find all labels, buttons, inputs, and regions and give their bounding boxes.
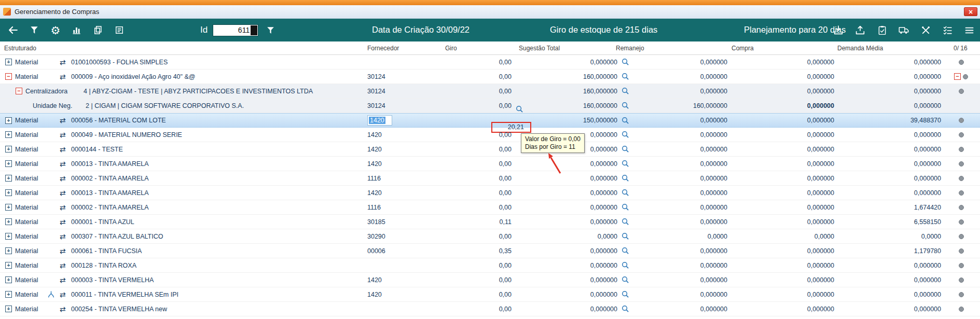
close-button[interactable]: × xyxy=(964,7,977,16)
table-row[interactable]: +Material⇄000001 - TINTA AZUL301850,110,… xyxy=(0,215,980,229)
table-row[interactable]: −Material⇄000009 - Aço inoxidável Ação A… xyxy=(0,70,980,84)
search-icon[interactable] xyxy=(618,261,634,269)
expand-plus-icon[interactable]: + xyxy=(5,175,12,182)
transfer-icon[interactable]: ⇄ xyxy=(60,73,71,81)
settings-gear-icon[interactable]: ⚙ xyxy=(49,23,62,37)
variant-branch-icon[interactable] xyxy=(47,290,60,298)
menu-icon[interactable] xyxy=(962,23,976,37)
expand-plus-icon[interactable]: + xyxy=(5,160,12,167)
giro-search-icon[interactable] xyxy=(516,105,523,115)
transfer-icon[interactable]: ⇄ xyxy=(60,247,71,255)
export-tray-icon[interactable] xyxy=(853,23,867,37)
giro-cell: 0,00 xyxy=(443,175,513,182)
transfer-icon[interactable]: ⇄ xyxy=(60,160,71,168)
expand-plus-icon[interactable]: + xyxy=(5,218,12,225)
transfer-icon[interactable]: ⇄ xyxy=(60,174,71,183)
search-icon[interactable] xyxy=(618,131,634,138)
status-cell xyxy=(942,263,980,268)
search-icon[interactable] xyxy=(618,73,634,80)
search-icon[interactable] xyxy=(618,247,634,255)
search-icon[interactable] xyxy=(618,58,634,66)
transfer-icon[interactable]: ⇄ xyxy=(60,131,71,139)
back-arrow-icon[interactable] xyxy=(6,23,20,37)
transfer-icon[interactable]: ⇄ xyxy=(60,218,71,226)
expand-plus-icon[interactable]: + xyxy=(5,233,12,240)
expand-plus-icon[interactable]: + xyxy=(5,262,12,269)
table-row[interactable]: +Material⇄000003 - TINTA VERMELHA14200,0… xyxy=(0,273,980,287)
id-filter-icon[interactable] xyxy=(264,23,277,37)
transfer-icon[interactable]: ⇄ xyxy=(60,116,71,124)
search-icon[interactable] xyxy=(618,290,634,298)
tools-icon[interactable] xyxy=(919,23,932,37)
table-row[interactable]: +Material⇄000056 - MATERIAL COM LOTE1420… xyxy=(0,113,980,128)
import-tray-icon[interactable] xyxy=(832,23,845,37)
table-row[interactable]: +Material⇄000128 - TINTA ROXA0,000,00000… xyxy=(0,258,980,273)
table-row[interactable]: Unidade Neg.2 | CIGAM | CIGAM SOFTWARE C… xyxy=(0,99,980,113)
search-icon[interactable] xyxy=(618,160,634,168)
table-row[interactable]: +Material⇄000002 - TINTA AMARELA11160,00… xyxy=(0,200,980,215)
table-row[interactable]: +Material⇄000061 - TINTA FUCSIA000060,35… xyxy=(0,244,980,258)
search-icon[interactable] xyxy=(618,203,634,211)
expand-plus-icon[interactable]: + xyxy=(5,131,12,138)
search-icon[interactable] xyxy=(618,87,634,95)
bar-chart-icon[interactable] xyxy=(70,23,84,37)
transfer-icon[interactable]: ⇄ xyxy=(60,189,71,197)
table-row[interactable]: +Material⇄000002 - TINTA AMARELA11160,00… xyxy=(0,171,980,186)
expand-plus-icon[interactable]: + xyxy=(5,306,12,312)
task-checklist-icon[interactable] xyxy=(941,23,954,37)
expand-plus-icon[interactable]: + xyxy=(5,247,12,254)
expand-plus-icon[interactable]: + xyxy=(5,117,12,124)
col-compra[interactable]: Compra xyxy=(731,45,754,52)
table-row[interactable]: −Centralizadora4 | ABYZ-CIGAM - TESTE | … xyxy=(0,84,980,99)
collapse-minus-icon[interactable]: − xyxy=(954,73,961,80)
expand-plus-icon[interactable]: + xyxy=(5,204,12,211)
search-icon[interactable] xyxy=(618,232,634,240)
transfer-icon[interactable]: ⇄ xyxy=(60,232,71,241)
table-row[interactable]: +Material⇄000307 - TINTA AZUL BALTICO302… xyxy=(0,229,980,244)
expand-plus-icon[interactable]: + xyxy=(5,59,12,65)
copy-pages-icon[interactable] xyxy=(91,23,105,37)
delivery-truck-icon[interactable] xyxy=(897,23,910,37)
search-icon[interactable] xyxy=(618,305,634,313)
search-icon[interactable] xyxy=(618,218,634,226)
search-icon[interactable] xyxy=(618,189,634,197)
col-sugestao-total[interactable]: Sugestão Total xyxy=(519,45,560,52)
expand-plus-icon[interactable]: + xyxy=(5,189,12,196)
id-input[interactable]: 611 xyxy=(213,24,258,36)
filter-icon[interactable] xyxy=(27,23,41,37)
col-fornecedor[interactable]: Fornecedor xyxy=(367,45,399,52)
fornecedor-edit-box[interactable]: 1420 xyxy=(367,115,392,126)
expand-plus-icon[interactable]: + xyxy=(5,291,12,298)
transfer-icon[interactable]: ⇄ xyxy=(60,276,71,284)
expand-plus-icon[interactable]: + xyxy=(5,146,12,152)
search-icon[interactable] xyxy=(618,102,634,109)
demanda-cell: 0,0000 xyxy=(835,233,942,240)
table-row[interactable]: +Material⇄000011 - TINTA VERMELHA SEm IP… xyxy=(0,287,980,302)
collapse-minus-icon[interactable]: − xyxy=(16,88,22,94)
search-icon[interactable] xyxy=(618,117,634,124)
table-row[interactable]: +Material⇄000013 - TINTA AMARELA14200,00… xyxy=(0,186,980,200)
transfer-icon[interactable]: ⇄ xyxy=(60,290,71,299)
search-icon[interactable] xyxy=(618,276,634,284)
col-remanejo[interactable]: Remanejo xyxy=(616,45,644,52)
collapse-minus-icon[interactable]: − xyxy=(5,73,12,80)
table-row[interactable]: +Material⇄01001000593 - FOLHA SIMPLES0,0… xyxy=(0,55,980,70)
transfer-icon[interactable]: ⇄ xyxy=(60,261,71,270)
table-row[interactable]: +Material⇄0000144 - TESTE14200,000,00000… xyxy=(0,142,980,157)
expand-plus-icon[interactable]: + xyxy=(5,276,12,283)
transfer-icon[interactable]: ⇄ xyxy=(60,58,71,66)
transfer-icon[interactable]: ⇄ xyxy=(60,305,71,313)
col-giro[interactable]: Giro xyxy=(445,45,457,52)
table-row[interactable]: +Material⇄000254 - TINTA VERMELHA new0,0… xyxy=(0,302,980,316)
search-icon[interactable] xyxy=(618,145,634,153)
transfer-icon[interactable]: ⇄ xyxy=(60,203,71,212)
notes-card-icon[interactable] xyxy=(113,23,126,37)
clipboard-check-icon[interactable] xyxy=(875,23,889,37)
col-counter[interactable]: 0/ 16 xyxy=(954,45,968,52)
table-row[interactable]: +Material⇄000013 - TINTA AMARELA14200,00… xyxy=(0,157,980,171)
table-row[interactable]: +Material⇄000049 - MATERIAL NUMERO SERIE… xyxy=(0,128,980,142)
col-demanda-media[interactable]: Demanda Média xyxy=(837,45,883,52)
transfer-icon[interactable]: ⇄ xyxy=(60,145,71,154)
search-icon[interactable] xyxy=(618,174,634,182)
col-estruturado[interactable]: Estruturado xyxy=(4,45,36,52)
